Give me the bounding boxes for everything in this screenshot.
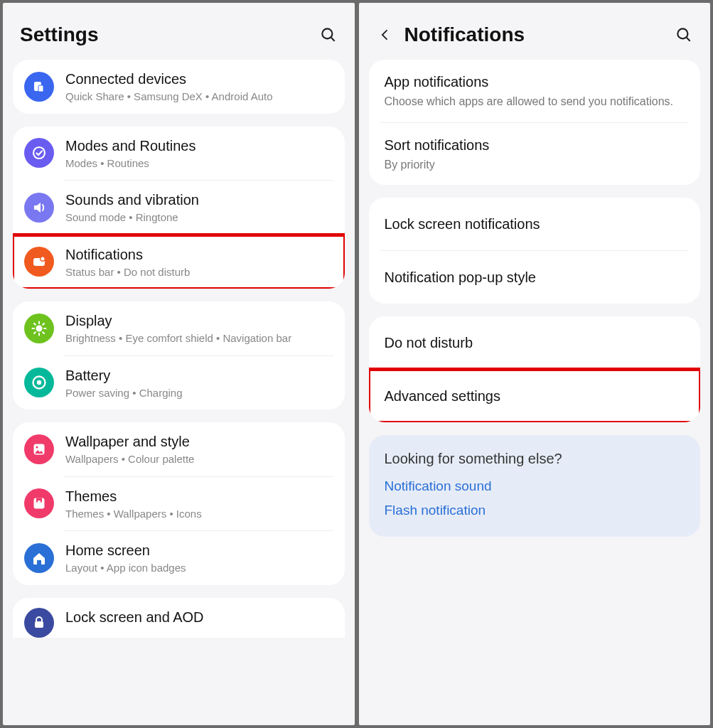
notif-item-app-notifications[interactable]: App notificationsChoose which apps are a… xyxy=(369,60,701,122)
item-title: Modes and Routines xyxy=(65,136,333,155)
notif-item-advanced-settings[interactable]: Advanced settings xyxy=(369,370,701,422)
item-subtitle: Layout • App icon badges xyxy=(65,561,333,575)
search-icon[interactable] xyxy=(316,23,341,47)
svg-point-6 xyxy=(41,257,45,261)
search-icon[interactable] xyxy=(672,23,696,47)
back-icon[interactable] xyxy=(376,26,395,44)
link-notification-sound[interactable]: Notification sound xyxy=(385,478,685,494)
item-subtitle: Quick Share • Samsung DeX • Android Auto xyxy=(65,90,333,104)
sounds-icon xyxy=(24,193,54,223)
item-subtitle: Power saving • Charging xyxy=(65,386,333,400)
notif-item-notification-pop-up-style[interactable]: Notification pop-up style xyxy=(369,251,701,304)
settings-item-wallpaper-and-style[interactable]: Wallpaper and styleWallpapers • Colour p… xyxy=(13,422,345,476)
page-title: Notifications xyxy=(404,23,672,46)
svg-line-14 xyxy=(34,332,36,333)
item-title: Lock screen notifications xyxy=(385,215,685,233)
item-subtitle: Modes • Routines xyxy=(65,156,333,171)
svg-point-0 xyxy=(322,28,332,38)
item-subtitle: Themes • Wallpapers • Icons xyxy=(65,507,333,521)
settings-group: Modes and RoutinesModes • RoutinesSounds… xyxy=(13,127,345,289)
svg-point-24 xyxy=(677,28,687,38)
item-subtitle: By priority xyxy=(385,157,685,173)
item-subtitle: Choose which apps are allowed to send yo… xyxy=(385,94,685,109)
settings-item-sounds-and-vibration[interactable]: Sounds and vibrationSound mode • Rington… xyxy=(13,181,345,235)
settings-panel: Settings Connected devicesQuick Share • … xyxy=(3,3,355,725)
notifications-icon xyxy=(24,247,54,277)
svg-rect-3 xyxy=(38,85,43,92)
notifications-group: Do not disturbAdvanced settings xyxy=(369,316,701,422)
wallpaper-icon xyxy=(24,434,54,464)
item-title: Notifications xyxy=(65,245,333,264)
svg-point-4 xyxy=(33,147,45,159)
item-subtitle: Brightness • Eye comfort shield • Naviga… xyxy=(65,331,333,346)
settings-group: Wallpaper and styleWallpapers • Colour p… xyxy=(13,422,345,585)
svg-line-1 xyxy=(331,38,334,41)
settings-header: Settings xyxy=(3,3,355,60)
settings-item-lock-screen-and-aod[interactable]: Lock screen and AOD xyxy=(13,598,345,638)
settings-item-display[interactable]: DisplayBrightness • Eye comfort shield •… xyxy=(13,301,345,355)
notif-item-sort-notifications[interactable]: Sort notificationsBy priority xyxy=(369,123,701,186)
settings-item-connected-devices[interactable]: Connected devicesQuick Share • Samsung D… xyxy=(13,60,345,114)
svg-rect-22 xyxy=(38,500,41,503)
page-title: Settings xyxy=(20,23,316,46)
settings-item-home-screen[interactable]: Home screenLayout • App icon badges xyxy=(13,531,345,585)
item-title: Sounds and vibration xyxy=(65,191,333,209)
item-title: Do not disturb xyxy=(385,333,685,352)
settings-item-notifications[interactable]: NotificationsStatus bar • Do not disturb xyxy=(13,235,345,289)
settings-group: Connected devicesQuick Share • Samsung D… xyxy=(13,60,345,114)
svg-point-7 xyxy=(36,325,43,331)
item-title: App notifications xyxy=(385,73,685,91)
item-title: Themes xyxy=(65,487,333,505)
item-title: Advanced settings xyxy=(385,387,685,405)
battery-icon xyxy=(24,368,54,397)
item-title: Sort notifications xyxy=(385,136,685,154)
svg-line-15 xyxy=(43,323,44,325)
svg-point-17 xyxy=(37,380,41,385)
item-title: Battery xyxy=(65,366,333,385)
item-subtitle: Sound mode • Ringtone xyxy=(65,210,333,225)
notifications-group: App notificationsChoose which apps are a… xyxy=(369,60,701,185)
link-flash-notification[interactable]: Flash notification xyxy=(385,503,685,518)
svg-line-25 xyxy=(687,38,690,41)
home-icon xyxy=(24,543,54,573)
display-icon xyxy=(24,314,54,343)
looking-for-card: Looking for something else? Notification… xyxy=(369,435,701,537)
settings-group: Lock screen and AOD xyxy=(13,598,345,638)
notif-item-do-not-disturb[interactable]: Do not disturb xyxy=(369,316,701,369)
item-title: Home screen xyxy=(65,541,333,560)
svg-point-19 xyxy=(36,446,38,448)
item-title: Connected devices xyxy=(65,70,333,88)
settings-item-themes[interactable]: ThemesThemes • Wallpapers • Icons xyxy=(13,477,345,531)
modes-routines-icon xyxy=(24,138,54,168)
svg-rect-23 xyxy=(35,621,43,628)
item-title: Notification pop-up style xyxy=(385,268,685,287)
svg-line-12 xyxy=(34,323,36,325)
item-title: Wallpaper and style xyxy=(65,432,333,451)
notifications-header: Notifications xyxy=(359,3,711,60)
item-title: Lock screen and AOD xyxy=(65,608,333,626)
lockscreen-icon xyxy=(24,608,54,638)
notifications-group: Lock screen notificationsNotification po… xyxy=(369,198,701,304)
settings-item-battery[interactable]: BatteryPower saving • Charging xyxy=(13,356,345,410)
settings-item-modes-and-routines[interactable]: Modes and RoutinesModes • Routines xyxy=(13,127,345,181)
item-subtitle: Status bar • Do not disturb xyxy=(65,265,333,279)
connected-devices-icon xyxy=(24,72,54,102)
settings-group: DisplayBrightness • Eye comfort shield •… xyxy=(13,301,345,410)
item-title: Display xyxy=(65,311,333,330)
themes-icon xyxy=(24,488,54,518)
item-subtitle: Wallpapers • Colour palette xyxy=(65,452,333,466)
svg-line-13 xyxy=(43,332,44,333)
notifications-panel: Notifications App notificationsChoose wh… xyxy=(359,3,711,725)
notif-item-lock-screen-notifications[interactable]: Lock screen notifications xyxy=(369,198,701,250)
looking-for-heading: Looking for something else? xyxy=(385,451,685,467)
